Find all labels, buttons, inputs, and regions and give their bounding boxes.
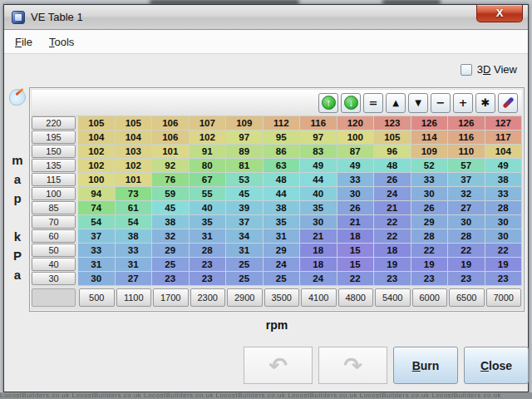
ve-cell[interactable]: 22 (374, 215, 411, 229)
ve-cell[interactable]: 23 (485, 272, 523, 286)
ve-cell[interactable]: 18 (300, 258, 337, 272)
ve-cell[interactable]: 23 (152, 272, 190, 286)
ve-cell[interactable]: 116 (448, 131, 485, 145)
menu-tools[interactable]: Tools (49, 36, 74, 48)
set-equal-button[interactable]: = (363, 93, 383, 113)
ve-cell[interactable]: 37 (78, 229, 116, 244)
ve-cell[interactable]: 120 (337, 116, 375, 131)
ve-cell[interactable]: 107 (190, 116, 227, 131)
map-axis-header[interactable]: 195 (32, 131, 76, 144)
ve-cell[interactable]: 103 (116, 145, 153, 159)
ve-cell[interactable]: 44 (300, 173, 337, 187)
ve-cell[interactable]: 22 (337, 272, 375, 286)
menu-file[interactable]: File (15, 36, 32, 48)
ve-cell[interactable]: 23 (190, 272, 227, 286)
ve-cell[interactable]: 29 (152, 244, 190, 258)
ve-cell[interactable]: 59 (152, 187, 190, 201)
ve-cell[interactable]: 15 (337, 258, 375, 272)
ve-cell[interactable]: 22 (448, 244, 485, 258)
minus-button[interactable]: − (431, 93, 451, 113)
ve-cell[interactable]: 26 (374, 173, 411, 187)
ve-cell[interactable]: 54 (116, 215, 153, 229)
ve-cell[interactable]: 80 (190, 159, 227, 173)
ve-cell[interactable]: 28 (448, 229, 485, 244)
map-axis-header[interactable]: 70 (32, 215, 76, 229)
ve-cell[interactable]: 104 (78, 131, 116, 145)
ve-cell[interactable]: 33 (116, 244, 153, 258)
ve-cell[interactable]: 101 (152, 145, 190, 159)
ve-cell[interactable]: 96 (374, 145, 411, 159)
ve-cell[interactable]: 104 (485, 145, 523, 159)
ve-cell[interactable]: 19 (448, 258, 485, 272)
ve-cell[interactable]: 25 (226, 272, 264, 286)
ve-cell[interactable]: 28 (190, 244, 227, 258)
ve-cell[interactable]: 109 (411, 145, 449, 159)
ve-cell[interactable]: 33 (78, 244, 116, 258)
ve-cell[interactable]: 106 (152, 131, 190, 145)
burn-button[interactable]: Burn (393, 347, 458, 384)
ve-cell[interactable]: 38 (485, 173, 523, 187)
ve-cell[interactable]: 52 (411, 159, 449, 173)
ve-cell[interactable]: 15 (337, 244, 375, 258)
multiply-button[interactable]: ✱ (475, 93, 495, 113)
ve-cell[interactable]: 83 (300, 145, 337, 159)
ve-cell[interactable]: 21 (337, 215, 375, 229)
ve-cell[interactable]: 30 (411, 187, 449, 201)
ve-cell[interactable]: 53 (226, 173, 264, 187)
map-axis-header[interactable]: 30 (32, 272, 76, 285)
ve-cell[interactable]: 29 (264, 244, 301, 258)
ve-cell[interactable]: 31 (78, 258, 116, 272)
ve-cell[interactable]: 24 (264, 258, 301, 272)
ve-cell[interactable]: 31 (116, 258, 153, 272)
rpm-axis-header[interactable]: 1700 (153, 288, 189, 307)
ve-cell[interactable]: 73 (116, 187, 153, 201)
ve-cell[interactable]: 30 (300, 215, 337, 229)
ve-cell[interactable]: 104 (116, 131, 153, 145)
ve-cell[interactable]: 74 (78, 201, 116, 215)
ve-cell[interactable]: 40 (300, 187, 337, 201)
redo-button[interactable]: ↷ (318, 347, 387, 384)
ve-cell[interactable]: 126 (448, 116, 485, 131)
ve-cell[interactable]: 38 (264, 201, 301, 215)
ve-cell[interactable]: 38 (116, 229, 153, 244)
ve-cell[interactable]: 123 (374, 116, 411, 131)
ve-cell[interactable]: 32 (448, 187, 485, 201)
rpm-axis-header[interactable]: 4800 (338, 288, 374, 307)
ve-cell[interactable]: 31 (264, 229, 301, 244)
close-icon[interactable]: X (476, 5, 523, 22)
map-axis-header[interactable]: 135 (32, 159, 76, 172)
ve-cell[interactable]: 19 (485, 258, 523, 272)
map-axis-header[interactable]: 85 (32, 201, 76, 214)
ve-cell[interactable]: 100 (337, 131, 375, 145)
ve-cell[interactable]: 23 (411, 272, 449, 286)
ve-cell[interactable]: 86 (264, 145, 301, 159)
ve-cell[interactable]: 26 (411, 201, 449, 215)
ve-cell[interactable]: 63 (264, 159, 301, 173)
view-3d-checkbox[interactable] (461, 64, 472, 76)
ve-cell[interactable]: 102 (78, 159, 116, 173)
rpm-axis-header[interactable]: 7000 (486, 288, 522, 307)
ve-cell[interactable]: 95 (264, 131, 301, 145)
scale-pencil-button[interactable] (498, 93, 518, 113)
ve-cell[interactable]: 49 (337, 159, 375, 173)
rpm-axis-header[interactable]: 2300 (190, 288, 226, 307)
ve-cell[interactable]: 37 (226, 215, 264, 229)
ve-cell[interactable]: 109 (226, 116, 264, 131)
ve-cell[interactable]: 127 (485, 116, 523, 131)
rpm-axis-header[interactable]: 4100 (301, 288, 337, 307)
ve-cell[interactable]: 22 (411, 244, 449, 258)
ve-cell[interactable]: 97 (300, 131, 337, 145)
ve-cell[interactable]: 25 (264, 272, 301, 286)
ve-cell[interactable]: 18 (300, 244, 337, 258)
ve-cell[interactable]: 24 (374, 187, 411, 201)
ve-cell[interactable]: 35 (190, 215, 227, 229)
ve-cell[interactable]: 110 (448, 145, 485, 159)
ve-cell[interactable]: 89 (226, 145, 264, 159)
ve-cell[interactable]: 105 (116, 116, 153, 131)
ve-cell[interactable]: 33 (337, 173, 375, 187)
ve-cell[interactable]: 23 (448, 272, 485, 286)
ve-cell[interactable]: 22 (485, 244, 523, 258)
map-axis-header[interactable]: 220 (32, 116, 76, 130)
rpm-axis-header[interactable]: 6500 (449, 288, 485, 307)
ve-cell[interactable]: 30 (485, 215, 523, 229)
